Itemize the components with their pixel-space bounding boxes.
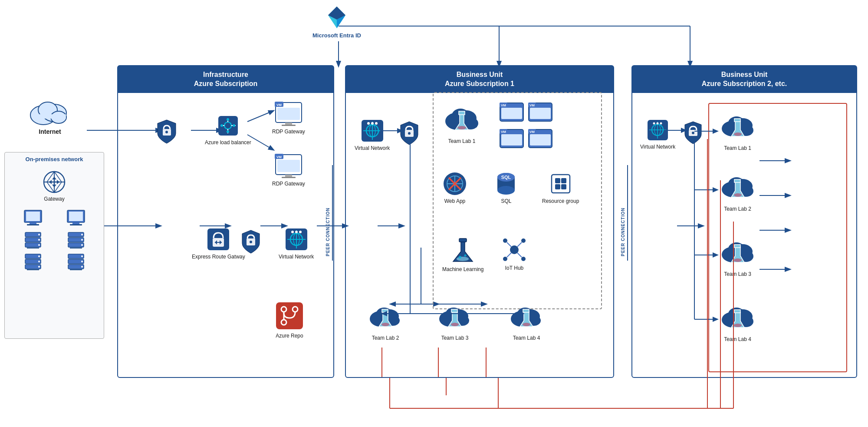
svg-rect-105 <box>282 177 296 178</box>
virtual-network-infra-icon: Virtual Network <box>279 227 314 261</box>
bu2-subscription-box: Business Unit Azure Subscription 2, etc.… <box>631 65 857 378</box>
azure-repo-icon: Azure Repo <box>274 301 305 340</box>
computer-icon <box>23 209 43 227</box>
svg-point-119 <box>295 231 298 233</box>
infra-firewall-icon <box>155 118 179 145</box>
rdp-gateway-1-label: RDP Gateway <box>272 129 305 136</box>
svg-point-80 <box>81 266 83 268</box>
svg-point-66 <box>81 244 83 246</box>
diagram-container: Microsoft Entra ID Internet On-premises … <box>0 0 868 427</box>
internet-icon: Internet <box>26 93 74 136</box>
server-icon <box>23 253 43 270</box>
bu1-subscription-box: Business Unit Azure Subscription 1 Virtu… <box>345 65 614 378</box>
infra-firewall2-icon <box>240 229 262 255</box>
entra-id-icon: Microsoft Entra ID <box>312 4 361 40</box>
server-icon <box>66 253 86 270</box>
svg-rect-99 <box>282 125 296 126</box>
svg-point-72 <box>38 261 40 262</box>
entra-id-label: Microsoft Entra ID <box>312 32 361 40</box>
svg-rect-48 <box>30 222 36 224</box>
svg-marker-44 <box>52 177 56 179</box>
svg-rect-81 <box>70 269 82 270</box>
svg-rect-51 <box>69 212 83 221</box>
azure-repo-label: Azure Repo <box>276 333 303 340</box>
virtual-network-infra-label: Virtual Network <box>279 254 314 261</box>
load-balancer-icon: Azure load balancer <box>205 114 251 146</box>
load-balancer-label: Azure load balancer <box>205 139 251 146</box>
svg-rect-98 <box>285 122 292 125</box>
svg-rect-121 <box>276 302 303 329</box>
rdp-gateway-2-icon: VM RDP Gateway <box>272 153 305 188</box>
svg-rect-60 <box>27 248 39 248</box>
svg-point-91 <box>227 130 229 133</box>
svg-point-64 <box>81 234 83 235</box>
svg-rect-52 <box>72 222 79 224</box>
svg-point-58 <box>38 239 40 241</box>
svg-point-120 <box>299 231 302 233</box>
svg-rect-74 <box>27 269 39 270</box>
svg-rect-67 <box>70 248 82 248</box>
svg-rect-49 <box>27 224 39 225</box>
computer-icon <box>66 209 86 227</box>
svg-marker-41 <box>57 180 59 184</box>
svg-point-79 <box>81 261 83 262</box>
svg-point-90 <box>227 118 229 121</box>
svg-rect-32 <box>35 114 66 119</box>
svg-point-92 <box>220 124 223 127</box>
rdp-gateway-2-label: RDP Gateway <box>272 181 305 188</box>
express-route-label: Express Route Gatway <box>192 254 245 261</box>
svg-text:VM: VM <box>276 103 282 107</box>
express-route-icon: Express Route Gatway <box>192 227 245 261</box>
svg-point-83 <box>165 131 168 133</box>
internet-label: Internet <box>39 128 61 136</box>
svg-text:VM: VM <box>276 155 282 159</box>
server-icon <box>23 231 43 248</box>
infra-subscription-box: Infrastructure Azure Subscription <box>117 65 334 378</box>
server-icon <box>66 231 86 248</box>
on-prem-label: On-premises network <box>5 152 104 166</box>
gateway-icon: Gateway <box>5 170 104 203</box>
svg-point-73 <box>38 266 40 268</box>
svg-rect-103 <box>277 160 300 172</box>
svg-rect-47 <box>26 212 40 221</box>
svg-marker-42 <box>49 180 52 184</box>
svg-point-112 <box>250 241 252 243</box>
svg-point-78 <box>81 255 83 257</box>
svg-rect-53 <box>70 224 82 225</box>
infra-subscription-header: Infrastructure Azure Subscription <box>118 66 333 93</box>
svg-point-71 <box>38 255 40 257</box>
svg-rect-97 <box>277 108 300 120</box>
svg-point-65 <box>81 239 83 241</box>
svg-rect-104 <box>285 175 292 177</box>
on-prem-box: On-premises network Gateway <box>4 152 104 339</box>
svg-point-93 <box>233 124 235 127</box>
gateway-label: Gateway <box>5 196 104 203</box>
svg-point-59 <box>38 244 40 246</box>
svg-marker-45 <box>52 185 56 187</box>
svg-point-57 <box>38 234 40 235</box>
svg-point-118 <box>291 231 294 233</box>
rdp-gateway-1-icon: VM RDP Gateway <box>272 101 305 136</box>
